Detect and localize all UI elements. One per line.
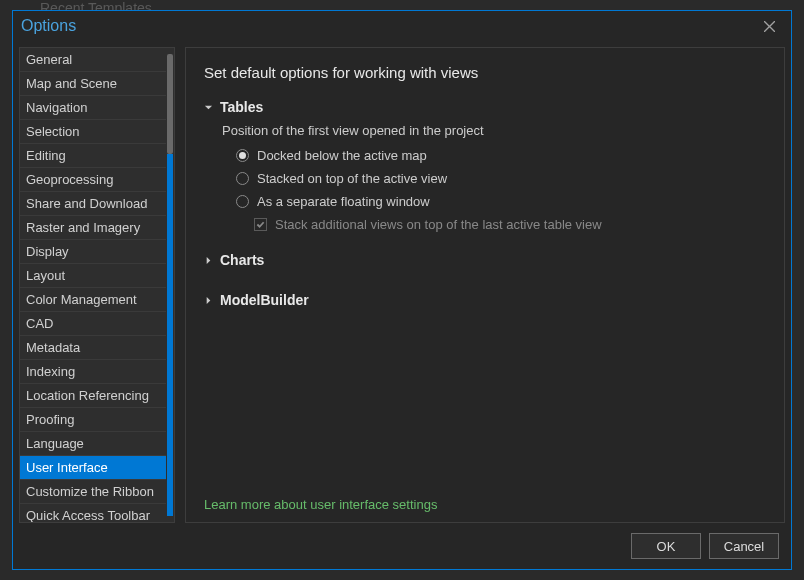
sidebar-scrollbar[interactable] [166, 48, 174, 522]
section-charts-header[interactable]: Charts [204, 252, 766, 268]
section-modelbuilder-title: ModelBuilder [220, 292, 309, 308]
titlebar: Options [13, 11, 791, 41]
sidebar-item-navigation[interactable]: Navigation [20, 96, 166, 120]
sidebar-item-proofing[interactable]: Proofing [20, 408, 166, 432]
sidebar-item-user-interface[interactable]: User Interface [20, 456, 166, 480]
dialog-title: Options [21, 17, 76, 35]
ok-button[interactable]: OK [631, 533, 701, 559]
footer: OK Cancel [13, 523, 791, 569]
sidebar-item-quick-access-toolbar[interactable]: Quick Access Toolbar [20, 504, 166, 522]
stack-checkbox-row: Stack additional views on top of the las… [222, 213, 766, 236]
position-label: Position of the first view opened in the… [222, 123, 766, 138]
sidebar-item-share-and-download[interactable]: Share and Download [20, 192, 166, 216]
section-modelbuilder-header[interactable]: ModelBuilder [204, 292, 766, 308]
chevron-right-icon [204, 252, 214, 268]
close-icon [764, 21, 775, 32]
radio-row-1[interactable]: Stacked on top of the active view [222, 167, 766, 190]
section-tables-header[interactable]: Tables [204, 99, 766, 115]
sidebar-item-cad[interactable]: CAD [20, 312, 166, 336]
sidebar: GeneralMap and SceneNavigationSelectionE… [20, 48, 166, 522]
section-charts: Charts [204, 252, 766, 276]
close-button[interactable] [755, 14, 783, 38]
chevron-right-icon [204, 292, 214, 308]
scrollbar-thumb-top[interactable] [167, 54, 173, 154]
section-charts-title: Charts [220, 252, 264, 268]
sidebar-item-map-and-scene[interactable]: Map and Scene [20, 72, 166, 96]
sidebar-item-editing[interactable]: Editing [20, 144, 166, 168]
radio-label-0: Docked below the active map [257, 148, 427, 163]
cancel-button[interactable]: Cancel [709, 533, 779, 559]
radio-position-1[interactable] [236, 172, 249, 185]
section-tables-title: Tables [220, 99, 263, 115]
scrollbar-accent[interactable] [167, 154, 173, 516]
section-tables: Tables Position of the first view opened… [204, 99, 766, 236]
sidebar-item-geoprocessing[interactable]: Geoprocessing [20, 168, 166, 192]
chevron-down-icon [204, 99, 214, 115]
sidebar-item-location-referencing[interactable]: Location Referencing [20, 384, 166, 408]
sidebar-item-color-management[interactable]: Color Management [20, 288, 166, 312]
sidebar-item-metadata[interactable]: Metadata [20, 336, 166, 360]
stack-checkbox [254, 218, 267, 231]
radio-position-2[interactable] [236, 195, 249, 208]
sidebar-wrapper: GeneralMap and SceneNavigationSelectionE… [19, 47, 175, 523]
radio-row-2[interactable]: As a separate floating window [222, 190, 766, 213]
content-heading: Set default options for working with vie… [204, 64, 766, 81]
sidebar-item-indexing[interactable]: Indexing [20, 360, 166, 384]
sidebar-item-language[interactable]: Language [20, 432, 166, 456]
radio-row-0[interactable]: Docked below the active map [222, 144, 766, 167]
sidebar-item-general[interactable]: General [20, 48, 166, 72]
sidebar-item-display[interactable]: Display [20, 240, 166, 264]
sidebar-item-layout[interactable]: Layout [20, 264, 166, 288]
learn-more-link[interactable]: Learn more about user interface settings [204, 497, 437, 512]
section-modelbuilder: ModelBuilder [204, 292, 766, 316]
options-dialog: Options GeneralMap and SceneNavigationSe… [12, 10, 792, 570]
radio-label-1: Stacked on top of the active view [257, 171, 447, 186]
sidebar-item-selection[interactable]: Selection [20, 120, 166, 144]
radio-position-0[interactable] [236, 149, 249, 162]
sidebar-item-raster-and-imagery[interactable]: Raster and Imagery [20, 216, 166, 240]
stack-checkbox-label: Stack additional views on top of the las… [275, 217, 602, 232]
radio-label-2: As a separate floating window [257, 194, 430, 209]
sidebar-item-customize-the-ribbon[interactable]: Customize the Ribbon [20, 480, 166, 504]
content-panel: Set default options for working with vie… [185, 47, 785, 523]
section-tables-body: Position of the first view opened in the… [204, 123, 766, 236]
dialog-body: GeneralMap and SceneNavigationSelectionE… [13, 41, 791, 523]
